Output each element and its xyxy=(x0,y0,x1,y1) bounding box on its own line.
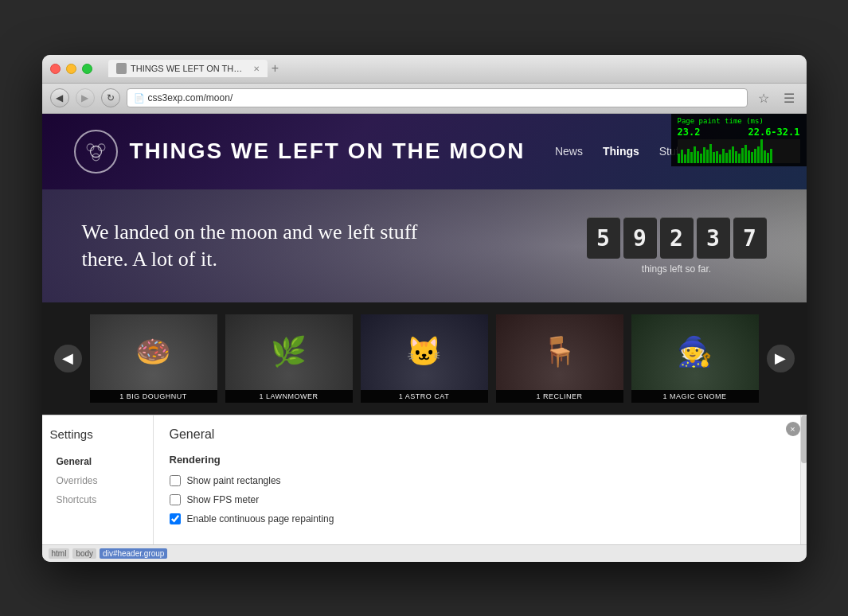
chart-bar xyxy=(770,149,772,162)
paint-time-overlay: Page paint time (ms) 23.2 22.6-32.1 xyxy=(671,114,807,166)
traffic-lights xyxy=(50,64,92,74)
continuous-repaint-label: Enable continuous page repainting xyxy=(187,513,334,524)
refresh-button[interactable]: ↻ xyxy=(101,88,120,107)
hero-headline: We landed on the moon and we left stuff … xyxy=(82,219,440,273)
paint-chart-bars xyxy=(678,139,800,163)
devtools-close-button[interactable]: × xyxy=(786,422,800,436)
chart-bar xyxy=(709,144,712,163)
digit-4: 7 xyxy=(733,217,767,259)
item-gnome-label: 1 MAGIC GNOME xyxy=(631,390,759,403)
bookmark-button[interactable]: ☆ xyxy=(754,88,773,107)
settings-nav-general[interactable]: General xyxy=(50,453,145,470)
chart-bar xyxy=(700,154,702,163)
svg-point-0 xyxy=(90,146,101,157)
maximize-button[interactable] xyxy=(82,64,92,74)
carousel-prev-button[interactable]: ◀ xyxy=(54,345,82,372)
chart-bar xyxy=(738,154,741,162)
recliner-icon: 🪑 xyxy=(541,335,577,368)
new-tab-button[interactable]: + xyxy=(268,60,283,76)
close-icon: × xyxy=(790,424,795,434)
paint-rectangles-label: Show paint rectangles xyxy=(187,475,281,486)
chart-bar xyxy=(748,150,750,163)
gnome-icon: 🧙 xyxy=(677,335,713,368)
address-bar: ◀ ▶ ↻ 📄 css3exp.com/moon/ ☆ ☰ xyxy=(42,84,807,114)
hero-text: We landed on the moon and we left stuff … xyxy=(82,219,440,273)
settings-nav-shortcuts[interactable]: Shortcuts xyxy=(50,491,145,509)
paint-time-header: Page paint time (ms) xyxy=(678,117,800,125)
chart-bar xyxy=(690,152,693,163)
hero-section: We landed on the moon and we left stuff … xyxy=(42,189,807,302)
chart-bar xyxy=(706,150,709,163)
item-doughnut-image: 🍩 xyxy=(90,314,217,390)
content-area: Page paint time (ms) 23.2 22.6-32.1 xyxy=(42,114,807,415)
bottom-bar: html body div#header.group xyxy=(42,544,807,562)
bottom-tag-body[interactable]: body xyxy=(72,548,96,559)
carousel-item-recliner[interactable]: 🪑 1 RECLINER xyxy=(496,314,623,403)
menu-button[interactable]: ☰ xyxy=(780,88,799,107)
bottom-tag-html[interactable]: html xyxy=(49,548,70,559)
carousel-items: 🍩 1 BIG DOUGHNUT 🌿 1 LAWNMOWER 🐱 1 ASTRO… xyxy=(90,314,759,403)
chart-bar xyxy=(767,153,769,162)
item-cat-label: 1 ASTRO CAT xyxy=(361,390,488,403)
browser-tab[interactable]: THINGS WE LEFT ON THE M ✕ xyxy=(108,60,268,77)
chart-bar xyxy=(732,146,734,163)
carousel-item-cat[interactable]: 🐱 1 ASTRO CAT xyxy=(361,314,488,403)
carousel-item-lawnmower[interactable]: 🌿 1 LAWNMOWER xyxy=(225,314,353,403)
chart-bar xyxy=(735,151,737,162)
bottom-tag-header[interactable]: div#header.group xyxy=(100,548,167,559)
settings-content: General Rendering Show paint rectangles … xyxy=(154,415,800,544)
counter-section: 5 9 2 3 7 things left so far. xyxy=(587,217,767,275)
chart-bar xyxy=(684,154,686,163)
site-title: THINGS WE LEFT ON THE MOON xyxy=(130,138,526,164)
settings-nav-overrides[interactable]: Overrides xyxy=(50,472,145,489)
item-cat-image: 🐱 xyxy=(361,314,488,390)
chart-bar xyxy=(687,149,690,163)
digit-3: 3 xyxy=(697,217,730,259)
paint-time-values: 23.2 22.6-32.1 xyxy=(678,127,800,138)
paint-rectangles-checkbox[interactable] xyxy=(170,475,181,486)
counter-label: things left so far. xyxy=(587,263,767,275)
minimize-button[interactable] xyxy=(66,64,76,74)
item-lawnmower-label: 1 LAWNMOWER xyxy=(225,390,353,403)
url-text: css3exp.com/moon/ xyxy=(148,92,233,103)
carousel-item-doughnut[interactable]: 🍩 1 BIG DOUGHNUT xyxy=(90,314,217,403)
chart-bar xyxy=(764,150,766,163)
title-bar: THINGS WE LEFT ON THE M ✕ + xyxy=(42,55,807,84)
tab-close-icon[interactable]: ✕ xyxy=(253,64,260,73)
counter-digits: 5 9 2 3 7 xyxy=(587,217,767,259)
devtools-panel: × Settings General Overrides Shortcuts G… xyxy=(42,415,807,544)
paint-time-value1: 23.2 xyxy=(678,127,701,138)
fps-meter-checkbox[interactable] xyxy=(170,494,181,505)
scrollbar-thumb[interactable] xyxy=(801,415,807,463)
settings-sidebar: Settings General Overrides Shortcuts xyxy=(42,415,154,544)
chart-bar xyxy=(754,149,756,162)
item-recliner-image: 🪑 xyxy=(496,314,623,390)
browser-window: THINGS WE LEFT ON THE M ✕ + ◀ ▶ ↻ 📄 css3… xyxy=(42,55,807,562)
close-button[interactable] xyxy=(50,64,61,74)
item-recliner-label: 1 RECLINER xyxy=(496,390,623,403)
chart-bar xyxy=(678,154,680,163)
forward-button[interactable]: ▶ xyxy=(76,88,95,107)
settings-content-title: General xyxy=(170,427,784,442)
nav-things[interactable]: Things xyxy=(603,145,639,158)
back-button[interactable]: ◀ xyxy=(50,88,69,107)
chart-bar xyxy=(694,146,696,163)
paint-time-chart xyxy=(678,139,800,163)
settings-sidebar-title: Settings xyxy=(50,427,145,441)
tab-favicon xyxy=(116,63,127,74)
item-gnome-image: 🧙 xyxy=(631,314,759,390)
cat-icon: 🐱 xyxy=(406,335,442,368)
carousel-item-gnome[interactable]: 🧙 1 MAGIC GNOME xyxy=(631,314,759,403)
scrollbar-track[interactable] xyxy=(800,415,807,544)
continuous-repaint-checkbox[interactable] xyxy=(170,513,181,524)
checkbox-row-repaint: Enable continuous page repainting xyxy=(170,513,784,524)
chart-bar xyxy=(703,147,705,163)
chart-bar xyxy=(744,145,747,163)
chart-bar xyxy=(725,153,728,163)
carousel-next-button[interactable]: ▶ xyxy=(767,345,795,372)
item-lawnmower-image: 🌿 xyxy=(225,314,353,390)
tab-title: THINGS WE LEFT ON THE M xyxy=(131,64,245,73)
chart-bar xyxy=(741,148,744,163)
url-bar[interactable]: 📄 css3exp.com/moon/ xyxy=(127,88,748,107)
nav-news[interactable]: News xyxy=(555,145,583,158)
